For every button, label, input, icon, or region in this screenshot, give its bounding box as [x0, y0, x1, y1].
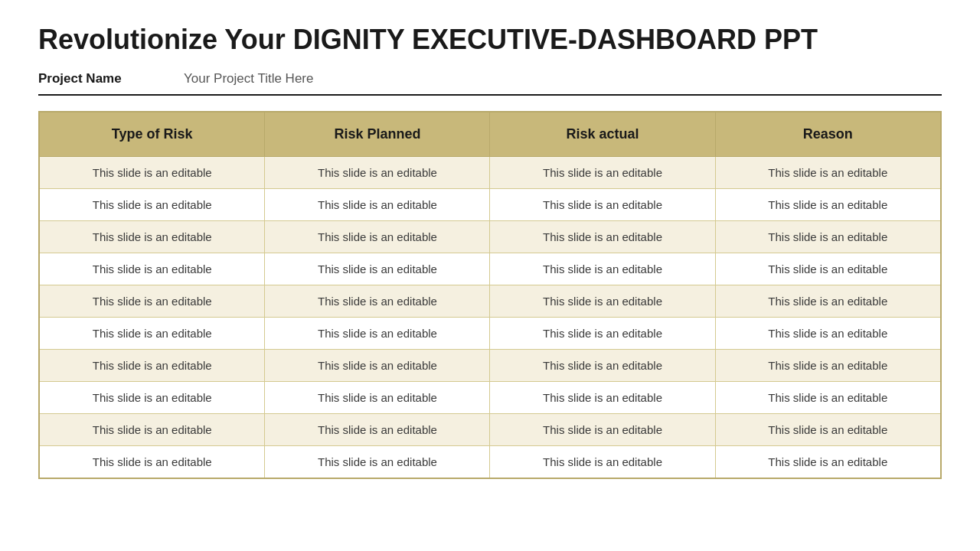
- table-cell: This slide is an editable: [715, 253, 941, 285]
- col-header-risk-actual: Risk actual: [490, 112, 715, 157]
- project-name-row: Project Name Your Project Title Here: [38, 71, 942, 96]
- project-label: Project Name: [38, 71, 184, 86]
- table-cell: This slide is an editable: [490, 414, 715, 446]
- table-row: This slide is an editableThis slide is a…: [39, 414, 941, 446]
- table-cell: This slide is an editable: [39, 221, 265, 253]
- table-cell: This slide is an editable: [39, 318, 265, 350]
- table-cell: This slide is an editable: [265, 318, 490, 350]
- table-row: This slide is an editableThis slide is a…: [39, 446, 941, 479]
- table-row: This slide is an editableThis slide is a…: [39, 189, 941, 221]
- table-row: This slide is an editableThis slide is a…: [39, 253, 941, 285]
- table-cell: This slide is an editable: [39, 350, 265, 382]
- table-cell: This slide is an editable: [715, 221, 941, 253]
- table-cell: This slide is an editable: [39, 189, 265, 221]
- table-row: This slide is an editableThis slide is a…: [39, 350, 941, 382]
- table-cell: This slide is an editable: [265, 446, 490, 479]
- table-cell: This slide is an editable: [715, 446, 941, 479]
- table-cell: This slide is an editable: [265, 350, 490, 382]
- table-row: This slide is an editableThis slide is a…: [39, 221, 941, 253]
- table-row: This slide is an editableThis slide is a…: [39, 318, 941, 350]
- table-cell: This slide is an editable: [265, 189, 490, 221]
- project-value: Your Project Title Here: [184, 71, 313, 86]
- table-row: This slide is an editableThis slide is a…: [39, 382, 941, 414]
- table-cell: This slide is an editable: [490, 446, 715, 479]
- risk-table: Type of Risk Risk Planned Risk actual Re…: [38, 111, 942, 479]
- table-cell: This slide is an editable: [265, 221, 490, 253]
- table-cell: This slide is an editable: [39, 157, 265, 189]
- table-cell: This slide is an editable: [265, 414, 490, 446]
- table-cell: This slide is an editable: [490, 382, 715, 414]
- table-cell: This slide is an editable: [39, 382, 265, 414]
- table-cell: This slide is an editable: [490, 350, 715, 382]
- page-container: Revolutionize Your DIGNITY EXECUTIVE-DAS…: [0, 0, 980, 551]
- table-cell: This slide is an editable: [39, 253, 265, 285]
- table-cell: This slide is an editable: [265, 253, 490, 285]
- table-cell: This slide is an editable: [265, 285, 490, 318]
- table-cell: This slide is an editable: [39, 285, 265, 318]
- table-cell: This slide is an editable: [715, 414, 941, 446]
- table-cell: This slide is an editable: [715, 157, 941, 189]
- table-cell: This slide is an editable: [490, 221, 715, 253]
- table-cell: This slide is an editable: [715, 382, 941, 414]
- col-header-risk-planned: Risk Planned: [265, 112, 490, 157]
- table-row: This slide is an editableThis slide is a…: [39, 157, 941, 189]
- table-cell: This slide is an editable: [265, 382, 490, 414]
- table-cell: This slide is an editable: [39, 414, 265, 446]
- table-cell: This slide is an editable: [715, 189, 941, 221]
- table-row: This slide is an editableThis slide is a…: [39, 285, 941, 318]
- table-header-row: Type of Risk Risk Planned Risk actual Re…: [39, 112, 941, 157]
- table-cell: This slide is an editable: [490, 285, 715, 318]
- table-cell: This slide is an editable: [715, 350, 941, 382]
- col-header-type-of-risk: Type of Risk: [39, 112, 265, 157]
- table-cell: This slide is an editable: [490, 253, 715, 285]
- table-cell: This slide is an editable: [490, 189, 715, 221]
- table-cell: This slide is an editable: [265, 157, 490, 189]
- table-cell: This slide is an editable: [715, 318, 941, 350]
- col-header-reason: Reason: [715, 112, 941, 157]
- table-cell: This slide is an editable: [490, 318, 715, 350]
- main-title: Revolutionize Your DIGNITY EXECUTIVE-DAS…: [38, 23, 942, 56]
- table-cell: This slide is an editable: [490, 157, 715, 189]
- table-cell: This slide is an editable: [39, 446, 265, 479]
- table-cell: This slide is an editable: [715, 285, 941, 318]
